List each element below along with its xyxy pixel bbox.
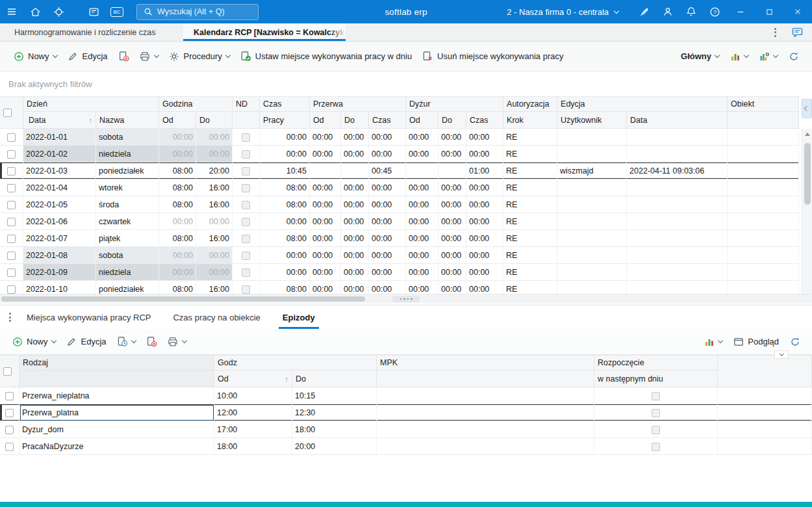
cell-dyzur-do[interactable]: 00:00 — [438, 247, 466, 264]
splitter-grip[interactable] — [392, 296, 420, 302]
detail-new-button[interactable]: Nowy — [6, 332, 61, 352]
cell-czas-pracy[interactable]: 00:00 — [260, 129, 310, 146]
cell-dyzur-do[interactable]: 00:00 — [438, 129, 466, 146]
cell-przerwa-do[interactable]: 00:00 — [341, 196, 369, 213]
nd-checkbox[interactable] — [242, 201, 250, 209]
cell-godzina-do[interactable]: 00:00 — [196, 213, 233, 230]
cell-krok[interactable]: RE — [503, 196, 557, 213]
cell-dyzur-od[interactable] — [406, 162, 438, 179]
cell-czas-pracy[interactable]: 10:45 — [260, 162, 310, 179]
row-checkbox[interactable] — [7, 184, 16, 192]
cell-czas-pracy[interactable]: 00:00 — [260, 213, 310, 230]
detail-refresh-button[interactable] — [784, 332, 806, 352]
cell-nd[interactable] — [233, 196, 260, 213]
cell-do[interactable]: 12:30 — [292, 404, 377, 421]
cell-godzina-od[interactable]: 00:00 — [159, 146, 196, 162]
cell-nd[interactable] — [233, 247, 260, 264]
cell-przerwa-od[interactable]: 00:00 — [310, 247, 341, 264]
cell-godzina-do[interactable]: 16:00 — [196, 281, 233, 294]
cell-nd[interactable] — [233, 146, 260, 162]
cell-godzina-od[interactable]: 08:00 — [159, 162, 196, 179]
remove-workplace-button[interactable]: Usuń miejsce wykonywania pracy — [417, 46, 568, 67]
col-rodzaj[interactable]: Rodzaj — [19, 355, 214, 370]
col-do[interactable]: Do — [292, 370, 377, 387]
cell-krok[interactable]: RE — [503, 162, 557, 179]
cell-dyzur-od[interactable]: 00:00 — [406, 196, 438, 213]
cell-nd[interactable] — [233, 179, 260, 196]
preview-button[interactable]: Podgląd — [728, 332, 784, 352]
cell-mpk[interactable] — [377, 438, 594, 455]
toolbar-overflow-button[interactable] — [774, 350, 789, 359]
cell-godzina-do[interactable]: 00:00 — [196, 146, 233, 162]
cell-dyzur-czas[interactable]: 00:00 — [466, 230, 503, 247]
maximize-button[interactable] — [755, 0, 783, 23]
cell-obiekt[interactable] — [728, 129, 799, 146]
cell-dyzur-do[interactable]: 00:00 — [438, 213, 466, 230]
cell-obiekt[interactable] — [728, 146, 799, 162]
cell-rozpoczecie[interactable] — [594, 404, 718, 421]
cell-przerwa-do[interactable]: 00:00 — [341, 247, 369, 264]
cell-obiekt[interactable] — [728, 247, 799, 264]
cell-edycja-data[interactable] — [627, 281, 728, 294]
cell-dyzur-od[interactable]: 00:00 — [406, 146, 438, 162]
cell-od[interactable]: 18:00 — [214, 438, 292, 455]
cell-godzina-do[interactable]: 00:00 — [196, 129, 233, 146]
tab-miejsca-wykonywania-pracy[interactable]: Miejsca wykonywania pracy RCP — [23, 306, 155, 329]
cell-rozpoczecie[interactable] — [594, 421, 718, 438]
nd-checkbox[interactable] — [242, 150, 250, 159]
cell-godzina-do[interactable]: 00:00 — [196, 264, 233, 281]
cell-przerwa-do[interactable] — [341, 162, 369, 179]
cell-dyzur-do[interactable]: 00:00 — [438, 179, 466, 196]
nd-checkbox[interactable] — [242, 285, 250, 294]
cell-dyzur-czas[interactable]: 00:00 — [466, 179, 503, 196]
cell-uzytkownik[interactable] — [557, 196, 627, 213]
cell-mpk[interactable] — [377, 387, 594, 404]
collapse-panel-button[interactable] — [802, 99, 812, 118]
cell-mpk[interactable] — [377, 404, 594, 421]
close-button[interactable] — [783, 0, 812, 23]
detail-delete-button[interactable] — [141, 332, 162, 352]
cell-rodzaj[interactable]: PracaNaDyzurze — [19, 438, 214, 455]
cell-dyzur-czas[interactable]: 00:00 — [466, 196, 503, 213]
row-select-cell[interactable] — [0, 247, 23, 264]
cell-krok[interactable]: RE — [503, 264, 557, 281]
cell-godzina-od[interactable]: 00:00 — [159, 129, 196, 146]
detail-tabs-menu[interactable] — [9, 313, 11, 322]
row-checkbox[interactable] — [7, 235, 16, 243]
cell-nazwa[interactable]: poniedziałek — [96, 162, 159, 179]
cell-obiekt[interactable] — [728, 179, 799, 196]
row-select-cell[interactable] — [0, 179, 23, 196]
row-select-cell[interactable] — [0, 146, 23, 162]
select-all-header[interactable] — [0, 96, 23, 129]
cell-obiekt[interactable] — [728, 213, 799, 230]
cell-edycja-data[interactable] — [627, 264, 728, 281]
cell-uzytkownik[interactable] — [557, 213, 627, 230]
cell-przerwa-czas[interactable]: 00:00 — [369, 146, 406, 162]
print-button[interactable] — [134, 46, 164, 67]
cell-czas-pracy[interactable]: 08:00 — [260, 179, 310, 196]
cell-dyzur-od[interactable]: 00:00 — [406, 264, 438, 281]
cell-rozpoczecie[interactable] — [594, 438, 718, 455]
col-przerwa-do[interactable]: Do — [341, 112, 369, 129]
cell-dyzur-od[interactable]: 00:00 — [406, 129, 438, 146]
cell-dyzur-do[interactable]: 00:00 — [438, 281, 466, 294]
detail-print-button[interactable] — [162, 332, 192, 352]
cell-godzina-od[interactable]: 00:00 — [159, 247, 196, 264]
row-checkbox[interactable] — [5, 426, 14, 434]
cell-krok[interactable]: RE — [503, 146, 557, 162]
global-search[interactable] — [136, 4, 259, 20]
col-dyzur-czas[interactable]: Czas — [466, 112, 503, 129]
cell-przerwa-do[interactable]: 00:00 — [341, 213, 369, 230]
row-checkbox[interactable] — [5, 443, 14, 451]
cell-godzina-od[interactable]: 08:00 — [159, 230, 196, 247]
next-day-checkbox[interactable] — [652, 392, 660, 400]
cell-data[interactable]: 2022-01-02 — [23, 146, 96, 162]
col-mpk[interactable]: MPK — [377, 355, 594, 370]
cell-przerwa-czas[interactable]: 00:00 — [369, 264, 406, 281]
cell-obiekt[interactable] — [728, 230, 799, 247]
cell-nd[interactable] — [233, 162, 260, 179]
col-dyzur-od[interactable]: Od — [406, 112, 438, 129]
cell-dyzur-od[interactable]: 00:00 — [406, 230, 438, 247]
cell-godzina-do[interactable]: 20:00 — [196, 162, 233, 179]
view-selector[interactable]: Główny — [676, 46, 724, 67]
